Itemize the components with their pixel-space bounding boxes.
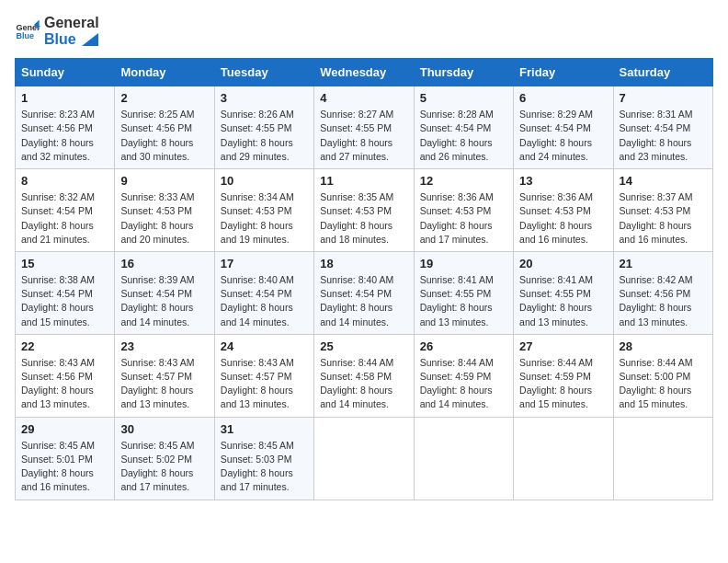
day-number: 2	[120, 91, 208, 105]
calendar-cell: 21 Sunrise: 8:42 AMSunset: 4:56 PMDaylig…	[613, 251, 712, 334]
day-info: Sunrise: 8:36 AMSunset: 4:53 PMDaylight:…	[519, 191, 593, 245]
day-number: 24	[221, 339, 308, 353]
day-info: Sunrise: 8:45 AMSunset: 5:01 PMDaylight:…	[21, 440, 95, 493]
calendar-cell: 15 Sunrise: 8:38 AMSunset: 4:54 PMDaylig…	[16, 251, 115, 334]
day-info: Sunrise: 8:40 AMSunset: 4:54 PMDaylight:…	[221, 274, 294, 327]
day-number: 6	[519, 91, 607, 105]
day-number: 5	[420, 91, 507, 105]
day-number: 31	[221, 422, 308, 436]
day-info: Sunrise: 8:42 AMSunset: 4:56 PMDaylight:…	[620, 274, 693, 327]
calendar-cell: 16 Sunrise: 8:39 AMSunset: 4:54 PMDaylig…	[115, 251, 214, 334]
calendar-cell: 29 Sunrise: 8:45 AMSunset: 5:01 PMDaylig…	[16, 417, 115, 500]
header-wednesday: Wednesday	[314, 59, 414, 86]
day-number: 1	[21, 91, 108, 105]
day-number: 21	[620, 257, 707, 270]
day-info: Sunrise: 8:34 AMSunset: 4:53 PMDaylight:…	[221, 191, 294, 245]
day-number: 20	[519, 257, 607, 270]
day-info: Sunrise: 8:43 AMSunset: 4:57 PMDaylight:…	[221, 357, 294, 410]
day-info: Sunrise: 8:25 AMSunset: 4:56 PMDaylight:…	[120, 109, 194, 162]
day-number: 8	[21, 174, 108, 188]
calendar-cell: 3 Sunrise: 8:26 AMSunset: 4:55 PMDayligh…	[214, 86, 313, 169]
calendar-cell	[314, 417, 414, 500]
day-info: Sunrise: 8:44 AMSunset: 4:59 PMDaylight:…	[519, 357, 593, 410]
day-info: Sunrise: 8:45 AMSunset: 5:02 PMDaylight:…	[120, 440, 194, 493]
calendar-cell: 2 Sunrise: 8:25 AMSunset: 4:56 PMDayligh…	[115, 86, 214, 169]
calendar-cell: 30 Sunrise: 8:45 AMSunset: 5:02 PMDaylig…	[115, 417, 214, 500]
header: General Blue General Blue	[15, 15, 713, 47]
calendar-cell: 22 Sunrise: 8:43 AMSunset: 4:56 PMDaylig…	[16, 334, 115, 417]
logo-general: General	[44, 15, 99, 31]
week-row-2: 8 Sunrise: 8:32 AMSunset: 4:54 PMDayligh…	[16, 169, 713, 252]
calendar-cell: 1 Sunrise: 8:23 AMSunset: 4:56 PMDayligh…	[16, 86, 115, 169]
day-number: 26	[420, 339, 507, 353]
calendar-cell: 9 Sunrise: 8:33 AMSunset: 4:53 PMDayligh…	[115, 169, 214, 252]
calendar-cell: 7 Sunrise: 8:31 AMSunset: 4:54 PMDayligh…	[613, 86, 712, 169]
calendar-body: 1 Sunrise: 8:23 AMSunset: 4:56 PMDayligh…	[16, 86, 713, 500]
day-number: 13	[519, 174, 607, 188]
day-info: Sunrise: 8:43 AMSunset: 4:57 PMDaylight:…	[120, 357, 194, 410]
day-number: 7	[620, 91, 707, 105]
day-number: 27	[519, 339, 607, 353]
calendar-cell: 10 Sunrise: 8:34 AMSunset: 4:53 PMDaylig…	[214, 169, 313, 252]
day-number: 14	[620, 174, 707, 188]
header-monday: Monday	[115, 59, 214, 86]
week-row-3: 15 Sunrise: 8:38 AMSunset: 4:54 PMDaylig…	[16, 251, 713, 334]
day-info: Sunrise: 8:38 AMSunset: 4:54 PMDaylight:…	[21, 274, 95, 327]
day-info: Sunrise: 8:29 AMSunset: 4:54 PMDaylight:…	[519, 109, 593, 162]
day-info: Sunrise: 8:28 AMSunset: 4:54 PMDaylight:…	[420, 109, 494, 162]
day-info: Sunrise: 8:27 AMSunset: 4:55 PMDaylight:…	[320, 109, 393, 162]
day-number: 3	[221, 91, 308, 105]
logo-blue: Blue	[44, 31, 99, 48]
day-number: 10	[221, 174, 308, 188]
day-info: Sunrise: 8:31 AMSunset: 4:54 PMDaylight:…	[620, 109, 693, 162]
logo-arrow-icon	[82, 33, 98, 46]
header-sunday: Sunday	[16, 59, 115, 86]
day-info: Sunrise: 8:41 AMSunset: 4:55 PMDaylight:…	[519, 274, 593, 327]
week-row-5: 29 Sunrise: 8:45 AMSunset: 5:01 PMDaylig…	[16, 417, 713, 500]
calendar-cell: 5 Sunrise: 8:28 AMSunset: 4:54 PMDayligh…	[414, 86, 513, 169]
day-number: 19	[420, 257, 507, 270]
calendar-cell: 24 Sunrise: 8:43 AMSunset: 4:57 PMDaylig…	[214, 334, 313, 417]
logo-icon: General Blue	[15, 18, 40, 44]
day-number: 15	[21, 257, 108, 270]
calendar-cell: 27 Sunrise: 8:44 AMSunset: 4:59 PMDaylig…	[514, 334, 613, 417]
day-number: 23	[120, 339, 208, 353]
day-info: Sunrise: 8:37 AMSunset: 4:53 PMDaylight:…	[620, 191, 693, 245]
calendar-cell	[613, 417, 712, 500]
header-tuesday: Tuesday	[214, 59, 313, 86]
calendar-cell: 6 Sunrise: 8:29 AMSunset: 4:54 PMDayligh…	[514, 86, 613, 169]
day-info: Sunrise: 8:44 AMSunset: 4:59 PMDaylight:…	[420, 357, 494, 410]
day-number: 22	[21, 339, 108, 353]
day-info: Sunrise: 8:32 AMSunset: 4:54 PMDaylight:…	[21, 191, 95, 245]
logo: General Blue General Blue	[15, 15, 99, 47]
calendar-cell: 4 Sunrise: 8:27 AMSunset: 4:55 PMDayligh…	[314, 86, 414, 169]
calendar-cell: 13 Sunrise: 8:36 AMSunset: 4:53 PMDaylig…	[514, 169, 613, 252]
calendar-cell: 26 Sunrise: 8:44 AMSunset: 4:59 PMDaylig…	[414, 334, 513, 417]
calendar-cell: 14 Sunrise: 8:37 AMSunset: 4:53 PMDaylig…	[613, 169, 712, 252]
day-number: 16	[120, 257, 208, 270]
calendar-cell: 17 Sunrise: 8:40 AMSunset: 4:54 PMDaylig…	[214, 251, 313, 334]
calendar-cell: 28 Sunrise: 8:44 AMSunset: 5:00 PMDaylig…	[613, 334, 712, 417]
week-row-4: 22 Sunrise: 8:43 AMSunset: 4:56 PMDaylig…	[16, 334, 713, 417]
calendar-cell: 20 Sunrise: 8:41 AMSunset: 4:55 PMDaylig…	[514, 251, 613, 334]
calendar-cell: 12 Sunrise: 8:36 AMSunset: 4:53 PMDaylig…	[414, 169, 513, 252]
calendar-cell: 18 Sunrise: 8:40 AMSunset: 4:54 PMDaylig…	[314, 251, 414, 334]
day-number: 12	[420, 174, 507, 188]
svg-text:Blue: Blue	[16, 31, 34, 40]
day-number: 17	[221, 257, 308, 270]
day-info: Sunrise: 8:41 AMSunset: 4:55 PMDaylight:…	[420, 274, 494, 327]
calendar-table: SundayMondayTuesdayWednesdayThursdayFrid…	[15, 58, 713, 500]
day-info: Sunrise: 8:36 AMSunset: 4:53 PMDaylight:…	[420, 191, 494, 245]
day-number: 11	[320, 174, 407, 188]
calendar-cell: 8 Sunrise: 8:32 AMSunset: 4:54 PMDayligh…	[16, 169, 115, 252]
day-info: Sunrise: 8:26 AMSunset: 4:55 PMDaylight:…	[221, 109, 294, 162]
day-info: Sunrise: 8:39 AMSunset: 4:54 PMDaylight:…	[120, 274, 194, 327]
day-number: 18	[320, 257, 407, 270]
week-row-1: 1 Sunrise: 8:23 AMSunset: 4:56 PMDayligh…	[16, 86, 713, 169]
day-info: Sunrise: 8:40 AMSunset: 4:54 PMDaylight:…	[320, 274, 393, 327]
header-friday: Friday	[514, 59, 613, 86]
day-number: 25	[320, 339, 407, 353]
header-saturday: Saturday	[613, 59, 712, 86]
day-info: Sunrise: 8:45 AMSunset: 5:03 PMDaylight:…	[221, 440, 294, 493]
day-number: 4	[320, 91, 407, 105]
